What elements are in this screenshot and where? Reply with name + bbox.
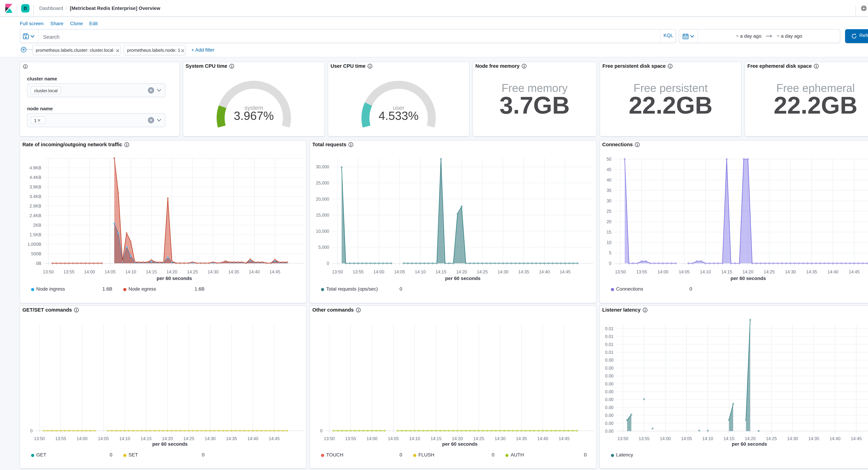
svg-text:14:05: 14:05 xyxy=(98,436,109,441)
svg-text:14:15: 14:15 xyxy=(436,269,446,274)
svg-text:45: 45 xyxy=(607,167,612,172)
svg-text:0.00: 0.00 xyxy=(605,389,614,394)
svg-text:13:50: 13:50 xyxy=(34,436,45,441)
svg-text:14:45: 14:45 xyxy=(560,269,570,274)
svg-text:13:55: 13:55 xyxy=(55,436,66,441)
svg-text:14:30: 14:30 xyxy=(205,436,216,441)
svg-text:per 60 seconds: per 60 seconds xyxy=(152,441,188,447)
svg-text:14:05: 14:05 xyxy=(679,269,690,274)
svg-text:14:00: 14:00 xyxy=(660,436,671,441)
svg-text:14:35: 14:35 xyxy=(226,436,237,441)
svg-text:14:15: 14:15 xyxy=(146,269,157,274)
svg-text:5,000: 5,000 xyxy=(318,245,329,249)
svg-text:15,000: 15,000 xyxy=(316,213,329,217)
svg-text:14:15: 14:15 xyxy=(723,436,735,441)
svg-text:14:20: 14:20 xyxy=(745,436,756,441)
svg-text:14:25: 14:25 xyxy=(764,269,775,274)
svg-text:25,000: 25,000 xyxy=(316,180,329,185)
svg-text:14:05: 14:05 xyxy=(388,436,399,441)
svg-text:14:45: 14:45 xyxy=(270,269,280,274)
svg-text:14:30: 14:30 xyxy=(208,269,219,274)
svg-text:4.9KB: 4.9KB xyxy=(30,165,41,170)
svg-text:per 60 seconds: per 60 seconds xyxy=(442,441,477,447)
svg-text:14:05: 14:05 xyxy=(394,269,405,274)
svg-text:0.00: 0.00 xyxy=(605,374,614,378)
svg-text:14:25: 14:25 xyxy=(477,269,488,274)
svg-text:14:25: 14:25 xyxy=(187,269,198,274)
svg-text:14:40: 14:40 xyxy=(828,269,838,274)
svg-text:14:00: 14:00 xyxy=(367,436,377,441)
svg-text:13:50: 13:50 xyxy=(43,269,54,274)
svg-text:2KB: 2KB xyxy=(33,223,41,228)
svg-text:14:00: 14:00 xyxy=(76,436,88,441)
svg-text:25: 25 xyxy=(607,209,612,214)
svg-text:14:00: 14:00 xyxy=(84,269,95,274)
svg-text:0B: 0B xyxy=(36,261,41,266)
svg-text:50: 50 xyxy=(607,157,612,161)
svg-text:per 60 seconds: per 60 seconds xyxy=(445,276,480,281)
svg-text:20,000: 20,000 xyxy=(316,197,329,202)
svg-text:10: 10 xyxy=(607,240,612,245)
svg-text:3.4KB: 3.4KB xyxy=(30,194,41,199)
svg-text:0.00: 0.00 xyxy=(605,358,614,362)
svg-text:15: 15 xyxy=(607,230,612,234)
svg-text:1,000B: 1,000B xyxy=(28,242,41,247)
svg-text:14:10: 14:10 xyxy=(702,436,713,441)
svg-text:14:40: 14:40 xyxy=(247,436,258,441)
svg-text:5: 5 xyxy=(609,251,612,255)
svg-text:0: 0 xyxy=(609,261,612,266)
svg-text:35: 35 xyxy=(607,188,612,193)
svg-text:per 60 seconds: per 60 seconds xyxy=(157,276,192,281)
svg-text:14:10: 14:10 xyxy=(700,269,711,274)
svg-text:14:00: 14:00 xyxy=(373,269,384,274)
svg-text:2.4KB: 2.4KB xyxy=(30,213,41,218)
svg-text:14:45: 14:45 xyxy=(559,436,569,441)
svg-text:0: 0 xyxy=(320,428,322,433)
svg-text:14:05: 14:05 xyxy=(681,436,692,441)
svg-text:14:30: 14:30 xyxy=(498,269,508,274)
svg-text:14:40: 14:40 xyxy=(830,436,841,441)
svg-text:14:05: 14:05 xyxy=(105,269,116,274)
svg-text:0.00: 0.00 xyxy=(605,381,614,386)
svg-text:14:25: 14:25 xyxy=(766,436,777,441)
svg-text:0.00: 0.00 xyxy=(605,397,614,402)
svg-text:40: 40 xyxy=(607,177,612,182)
svg-text:14:25: 14:25 xyxy=(183,436,194,441)
svg-text:14:35: 14:35 xyxy=(518,269,529,274)
svg-text:14:15: 14:15 xyxy=(141,436,152,441)
svg-text:14:35: 14:35 xyxy=(228,269,239,274)
svg-text:0: 0 xyxy=(327,261,329,266)
svg-text:14:20: 14:20 xyxy=(162,436,173,441)
svg-text:14:00: 14:00 xyxy=(658,269,669,274)
svg-text:13:50: 13:50 xyxy=(615,269,626,274)
svg-text:14:40: 14:40 xyxy=(249,269,260,274)
svg-text:0.00: 0.00 xyxy=(605,421,614,426)
svg-text:14:45: 14:45 xyxy=(269,436,280,441)
svg-text:per 60 seconds: per 60 seconds xyxy=(732,441,767,447)
svg-text:500B: 500B xyxy=(31,251,41,256)
svg-text:14:45: 14:45 xyxy=(851,436,862,441)
svg-text:13:50: 13:50 xyxy=(324,436,335,441)
svg-text:0.01: 0.01 xyxy=(605,350,614,355)
svg-text:14:45: 14:45 xyxy=(849,269,860,274)
svg-text:14:10: 14:10 xyxy=(409,436,420,441)
svg-text:20: 20 xyxy=(607,219,612,224)
svg-text:3.9KB: 3.9KB xyxy=(30,184,41,189)
svg-text:14:30: 14:30 xyxy=(495,436,505,441)
svg-text:13:55: 13:55 xyxy=(639,436,650,441)
svg-text:14:20: 14:20 xyxy=(452,436,463,441)
svg-text:0.00: 0.00 xyxy=(605,365,614,371)
svg-text:13:55: 13:55 xyxy=(636,269,647,274)
svg-text:14:15: 14:15 xyxy=(721,269,732,274)
svg-text:30,000: 30,000 xyxy=(316,164,329,169)
svg-text:14:35: 14:35 xyxy=(808,436,819,441)
svg-text:13:50: 13:50 xyxy=(332,269,343,274)
svg-text:14:40: 14:40 xyxy=(537,436,548,441)
svg-text:14:35: 14:35 xyxy=(806,269,817,274)
svg-text:0.01: 0.01 xyxy=(605,326,614,331)
svg-text:13:55: 13:55 xyxy=(345,436,356,441)
svg-text:14:15: 14:15 xyxy=(431,436,441,441)
svg-text:14:35: 14:35 xyxy=(516,436,527,441)
svg-text:per 60 seconds: per 60 seconds xyxy=(731,276,766,281)
svg-text:0.00: 0.00 xyxy=(605,405,614,410)
